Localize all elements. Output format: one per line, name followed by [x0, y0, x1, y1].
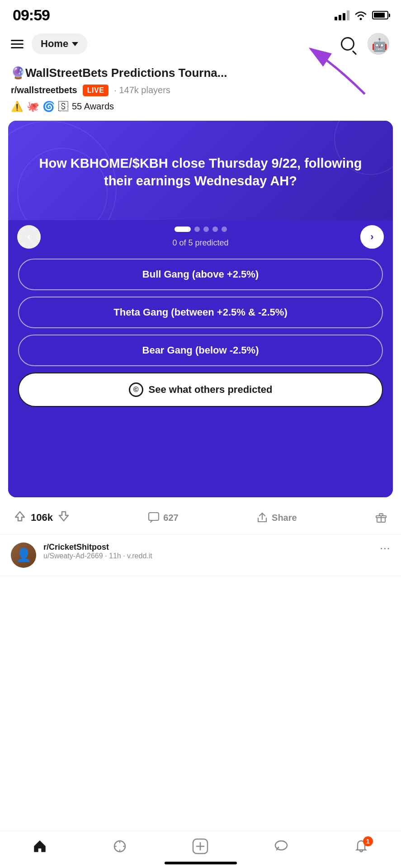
prev-question-button[interactable]: ‹	[17, 225, 41, 249]
nav-home[interactable]	[33, 839, 47, 854]
share-icon	[256, 512, 268, 524]
hamburger-menu-button[interactable]	[11, 40, 24, 48]
comments-button[interactable]: 627	[148, 512, 178, 524]
chat-icon	[274, 839, 288, 854]
chevron-down-icon	[72, 42, 78, 46]
status-time: 09:59	[13, 6, 50, 24]
gift-icon	[375, 511, 387, 524]
next-post-meta: r/CricketShitpost u/Sweaty-Ad-2669 · 11h…	[43, 542, 373, 560]
next-question-button[interactable]: ›	[360, 225, 384, 249]
awards-count: 55 Awards	[72, 101, 114, 112]
user-avatar-button[interactable]: 🤖	[367, 32, 390, 56]
progress-dots	[175, 226, 227, 232]
post-title-area: 🔮WallStreetBets Predictions Tourna... r/…	[0, 60, 401, 116]
question-nav-row: ‹ 0 of 5 predicted ›	[8, 220, 393, 254]
question-banner: How KBHOME/$KBH close Thursday 9/22, fol…	[8, 121, 393, 220]
post-title: 🔮WallStreetBets Predictions Tourna...	[11, 66, 390, 81]
upvote-button[interactable]	[14, 510, 26, 526]
option-theta-gang[interactable]: Theta Gang (between +2.5% & -2.5%)	[18, 297, 383, 328]
gift-button[interactable]	[375, 511, 387, 524]
award-emoji-1: ⚠️	[11, 101, 23, 113]
options-area: Bull Gang (above +2.5%) Theta Gang (betw…	[8, 254, 393, 416]
next-post-user: u/Sweaty-Ad-2669 · 11h · v.redd.it	[43, 552, 373, 560]
header: Home 🤖	[0, 28, 401, 60]
downvote-button[interactable]	[57, 510, 70, 526]
nav-explore[interactable]	[113, 839, 127, 854]
search-icon	[341, 37, 354, 51]
see-others-label: See what others predicted	[149, 384, 273, 396]
home-icon	[33, 839, 47, 854]
home-indicator	[165, 862, 237, 864]
award-emoji-4: 🇸	[58, 101, 68, 113]
explore-icon	[113, 839, 127, 854]
dot-2	[194, 226, 200, 232]
dot-3	[203, 226, 209, 232]
see-others-button[interactable]: © See what others predicted	[18, 373, 383, 407]
upvote-count: 106k	[31, 512, 53, 524]
comments-count: 627	[163, 513, 178, 523]
post-actions: 106k 627 Share	[0, 502, 401, 534]
battery-icon	[372, 11, 388, 19]
predicted-count: 0 of 5 predicted	[172, 238, 228, 248]
next-post-subreddit: r/CricketShitpost	[43, 542, 373, 552]
live-badge: LIVE	[83, 85, 109, 96]
vote-group: 106k	[14, 510, 70, 526]
award-emoji-3: 🌀	[42, 101, 55, 113]
option-bull-gang[interactable]: Bull Gang (above +2.5%)	[18, 259, 383, 290]
share-label: Share	[272, 513, 297, 523]
home-dropdown-label: Home	[41, 38, 68, 50]
option-theta-gang-label: Theta Gang (between +2.5% & -2.5%)	[113, 307, 287, 318]
next-post-avatar: 👤	[11, 542, 36, 568]
extra-dark-area	[8, 416, 393, 497]
see-others-icon: ©	[129, 382, 143, 397]
dot-4	[212, 226, 218, 232]
dot-1	[175, 226, 191, 232]
nav-notifications[interactable]: 1	[354, 839, 368, 854]
next-post-preview[interactable]: 👤 r/CricketShitpost u/Sweaty-Ad-2669 · 1…	[0, 534, 401, 576]
subreddit-name[interactable]: r/wallstreetbets	[11, 85, 77, 95]
wifi-icon	[354, 10, 368, 20]
post-meta: r/wallstreetbets LIVE · 147k players	[11, 85, 390, 96]
award-emoji-2: 🐙	[27, 101, 39, 113]
add-icon	[192, 838, 208, 854]
question-text: How KBHOME/$KBH close Thursday 9/22, fol…	[26, 155, 375, 190]
downvote-icon	[57, 510, 70, 523]
svg-rect-2	[149, 513, 159, 520]
home-dropdown-button[interactable]: Home	[32, 33, 87, 54]
awards-row: ⚠️ 🐙 🌀 🇸 55 Awards	[11, 101, 390, 113]
notification-badge: 1	[363, 836, 373, 846]
nav-add[interactable]	[192, 838, 208, 854]
option-bear-gang-label: Bear Gang (below -2.5%)	[142, 344, 259, 356]
prediction-card: How KBHOME/$KBH close Thursday 9/22, fol…	[8, 121, 393, 497]
svg-point-0	[360, 18, 362, 20]
status-icons	[335, 10, 388, 20]
comment-icon	[148, 512, 160, 524]
signal-icon	[335, 10, 349, 20]
option-bull-gang-label: Bull Gang (above +2.5%)	[142, 269, 259, 280]
dot-5	[222, 226, 227, 232]
player-count: · 147k players	[114, 85, 170, 95]
status-bar: 09:59	[0, 0, 401, 28]
more-options-button[interactable]: ···	[380, 541, 390, 555]
share-button[interactable]: Share	[256, 512, 297, 524]
option-bear-gang[interactable]: Bear Gang (below -2.5%)	[18, 335, 383, 366]
upvote-icon	[14, 510, 26, 523]
avatar: 🤖	[368, 33, 390, 56]
nav-chat[interactable]	[274, 839, 288, 854]
search-button[interactable]	[338, 34, 358, 54]
